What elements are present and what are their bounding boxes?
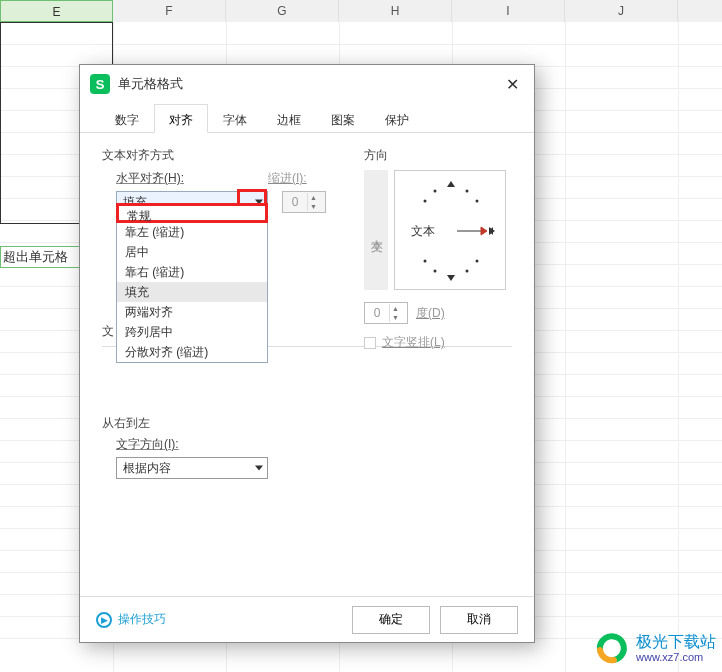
spinner-up-icon[interactable]: ▲: [307, 193, 319, 202]
halign-dropdown[interactable]: 常规 靠左 (缩进) 居中 靠右 (缩进) 填充 两端对齐 跨列居中 分散对齐 …: [116, 203, 268, 363]
halign-option-normal[interactable]: 常规: [116, 203, 268, 223]
dialog-title: 单元格格式: [118, 75, 500, 93]
indent-spinner[interactable]: ▲ ▼: [282, 191, 326, 213]
tab-number[interactable]: 数字: [100, 104, 154, 133]
halign-option-distributed[interactable]: 分散对齐 (缩进): [117, 342, 267, 362]
vertical-stack-checkbox[interactable]: [364, 337, 376, 349]
orientation-panel: 方向 文本: [364, 147, 512, 351]
indent-label: 缩进(I):: [268, 170, 307, 187]
halign-option-fill[interactable]: 填充: [117, 282, 267, 302]
svg-point-4: [434, 190, 437, 193]
degree-spinner[interactable]: ▲ ▼: [364, 302, 408, 324]
col-header-j[interactable]: J: [565, 0, 678, 22]
tips-label: 操作技巧: [118, 611, 166, 628]
ok-button[interactable]: 确定: [352, 606, 430, 634]
dialog-footer: ▶ 操作技巧 确定 取消: [80, 596, 534, 642]
svg-point-8: [434, 270, 437, 273]
close-icon[interactable]: ✕: [500, 72, 524, 96]
spinner-down-icon[interactable]: ▼: [389, 313, 401, 322]
titlebar: S 单元格格式 ✕: [80, 65, 534, 103]
cancel-button[interactable]: 取消: [440, 606, 518, 634]
tab-protect[interactable]: 保护: [370, 104, 424, 133]
svg-point-7: [424, 260, 427, 263]
col-header-g[interactable]: G: [226, 0, 339, 22]
orientation-title: 方向: [364, 147, 512, 164]
indent-value[interactable]: [283, 195, 307, 209]
halign-option-justify[interactable]: 两端对齐: [117, 302, 267, 322]
textdir-value: 根据内容: [123, 460, 171, 477]
svg-point-5: [476, 200, 479, 203]
svg-marker-0: [447, 181, 455, 187]
col-header-e[interactable]: E: [0, 0, 113, 22]
svg-marker-1: [447, 275, 455, 281]
col-header-k[interactable]: K: [678, 0, 722, 22]
column-headers: E F G H I J K L: [0, 0, 722, 22]
play-icon: ▶: [96, 612, 112, 628]
tab-pattern[interactable]: 图案: [316, 104, 370, 133]
tabs: 数字 对齐 字体 边框 图案 保护: [80, 103, 534, 133]
watermark-logo-icon: [594, 630, 630, 666]
tab-border[interactable]: 边框: [262, 104, 316, 133]
cell-format-dialog: S 单元格格式 ✕ 数字 对齐 字体 边框 图案 保护 文本对齐方式 水平对齐(…: [79, 64, 535, 643]
tab-font[interactable]: 字体: [208, 104, 262, 133]
degree-value[interactable]: [365, 306, 389, 320]
rtl-section-label: 从右到左: [102, 415, 512, 432]
tab-alignment[interactable]: 对齐: [154, 104, 208, 133]
textdir-label: 文字方向(I):: [116, 436, 179, 453]
halign-label: 水平对齐(H):: [116, 170, 184, 187]
orientation-dial[interactable]: 文本: [394, 170, 506, 290]
svg-marker-12: [481, 227, 487, 235]
textdir-combo[interactable]: 根据内容: [116, 457, 268, 479]
orientation-vertical-sample[interactable]: 文本: [364, 170, 388, 290]
cell-overflow-text[interactable]: 超出单元格: [0, 246, 80, 268]
spinner-up-icon[interactable]: ▲: [389, 304, 401, 313]
svg-point-6: [466, 190, 469, 193]
col-header-i[interactable]: I: [452, 0, 565, 22]
orientation-sample-text: 文本: [411, 223, 435, 240]
tips-link[interactable]: ▶ 操作技巧: [96, 611, 166, 628]
halign-option-center-across[interactable]: 跨列居中: [117, 322, 267, 342]
svg-point-3: [424, 200, 427, 203]
svg-point-10: [466, 270, 469, 273]
chevron-down-icon: [255, 466, 263, 471]
halign-option-right[interactable]: 靠右 (缩进): [117, 262, 267, 282]
watermark: 极光下载站 www.xz7.com: [594, 630, 716, 666]
halign-option-center[interactable]: 居中: [117, 242, 267, 262]
col-header-h[interactable]: H: [339, 0, 452, 22]
svg-point-9: [476, 260, 479, 263]
spinner-down-icon[interactable]: ▼: [307, 202, 319, 211]
watermark-brand: 极光下载站: [636, 633, 716, 651]
col-header-f[interactable]: F: [113, 0, 226, 22]
app-icon: S: [90, 74, 110, 94]
degree-label: 度(D): [416, 305, 445, 322]
vertical-stack-label: 文字竖排(L): [382, 334, 445, 351]
watermark-url: www.xz7.com: [636, 651, 716, 663]
